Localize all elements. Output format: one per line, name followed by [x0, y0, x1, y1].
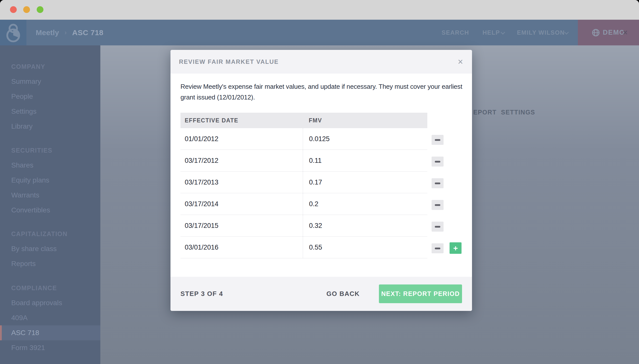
sidebar-item-people[interactable]: People	[0, 89, 100, 104]
breadcrumb-page: ASC 718	[72, 28, 103, 37]
effective-date-cell[interactable]: 03/01/2016	[180, 236, 303, 258]
sidebar-item-equity-plans[interactable]: Equity plans	[0, 173, 100, 188]
fmv-table-row: 01/01/20120.0125	[180, 128, 427, 150]
minimize-window-button[interactable]	[23, 6, 30, 13]
effective-date-cell[interactable]: 03/17/2012	[180, 150, 303, 171]
sidebar-item-settings[interactable]: Settings	[0, 104, 100, 119]
fmv-value-cell[interactable]: 0.32	[303, 215, 427, 236]
modal-title: REVIEW FAIR MARKET VALUE	[179, 50, 279, 74]
fmv-table: EFFECTIVE DATE FMV 01/01/20120.012503/17…	[180, 113, 427, 258]
top-navbar: Meetly › ASC 718 SEARCHHELPEMILY WILSON …	[0, 20, 639, 46]
fmv-value-cell[interactable]: 0.17	[303, 172, 427, 193]
navbar-item-help[interactable]: HELP	[483, 20, 500, 46]
effective-date-cell[interactable]: 03/17/2015	[180, 215, 303, 236]
demo-badge[interactable]: DEMO	[578, 20, 639, 46]
modal-description: Review Meetly's expense fair market valu…	[180, 81, 468, 103]
sidebar-item-shares[interactable]: Shares	[0, 158, 100, 173]
remove-row-button[interactable]	[432, 135, 444, 145]
sidebar-section-compliance: COMPLIANCE	[11, 284, 57, 292]
sidebar-section-securities: SECURITIES	[11, 146, 52, 154]
fmv-table-row: 03/01/20160.55	[180, 236, 427, 258]
remove-row-button[interactable]	[432, 200, 444, 210]
tab-settings[interactable]: SETTINGS	[501, 105, 535, 119]
next-report-period-button[interactable]: NEXT: REPORT PERIOD	[379, 284, 462, 303]
sidebar-item-form-3921[interactable]: Form 3921	[0, 340, 100, 355]
sidebar: COMPANYSummaryPeopleSettingsLibrarySECUR…	[0, 46, 100, 364]
fmv-value-cell[interactable]: 0.55	[303, 236, 427, 258]
app-window: Meetly › ASC 718 SEARCHHELPEMILY WILSON …	[0, 0, 639, 364]
remove-row-button[interactable]	[432, 178, 444, 188]
chevron-down-icon	[501, 30, 505, 34]
modal-close-icon[interactable]: ×	[458, 50, 463, 74]
sidebar-item-summary[interactable]: Summary	[0, 74, 100, 89]
fmv-table-header: EFFECTIVE DATE FMV	[180, 113, 427, 128]
fmv-value-cell[interactable]: 0.11	[303, 150, 427, 171]
demo-label: DEMO	[603, 29, 625, 36]
fmv-value-cell[interactable]: 0.0125	[303, 128, 427, 150]
fmv-table-row: 03/17/20130.17	[180, 172, 427, 193]
minus-icon	[435, 161, 440, 162]
modal-header: REVIEW FAIR MARKET VALUE ×	[170, 50, 472, 74]
sidebar-item-by-share-class[interactable]: By share class	[0, 241, 100, 256]
remove-row-button[interactable]	[432, 243, 444, 253]
fmv-table-body: 01/01/20120.012503/17/20120.1103/17/2013…	[180, 128, 427, 258]
minus-icon	[435, 182, 440, 184]
breadcrumb: Meetly › ASC 718	[36, 20, 103, 46]
fmv-value-cell[interactable]: 0.2	[303, 193, 427, 215]
globe-icon	[592, 29, 600, 37]
sidebar-item-asc-718[interactable]: ASC 718	[0, 325, 100, 340]
minus-icon	[435, 204, 440, 206]
go-back-button[interactable]: GO BACK	[326, 290, 360, 298]
sidebar-section-capitalization: CAPITALIZATION	[11, 230, 68, 238]
wizard-step-label: STEP 3 OF 4	[180, 290, 223, 298]
fmv-table-row: 03/17/20150.32	[180, 215, 427, 236]
remove-row-button[interactable]	[432, 222, 444, 232]
modal-footer: STEP 3 OF 4 GO BACK NEXT: REPORT PERIOD	[170, 277, 472, 311]
close-window-button[interactable]	[10, 6, 17, 13]
minus-icon	[435, 139, 440, 141]
effective-date-cell[interactable]: 01/01/2012	[180, 128, 303, 150]
fmv-table-row: 03/17/20120.11	[180, 150, 427, 172]
sidebar-section-company: COMPANY	[11, 63, 45, 70]
column-header-fmv: FMV	[303, 117, 427, 124]
eshares-logo[interactable]	[0, 20, 27, 46]
sidebar-item-reports[interactable]: Reports	[0, 256, 100, 271]
tab-eport[interactable]: EPORT	[473, 105, 497, 119]
window-titlebar	[0, 0, 639, 20]
sidebar-item-warrants[interactable]: Warrants	[0, 188, 100, 203]
remove-row-button[interactable]	[432, 156, 444, 166]
review-fmv-modal: REVIEW FAIR MARKET VALUE × Review Meetly…	[170, 50, 472, 311]
eshares-lock-pie-icon	[6, 22, 21, 43]
chevron-down-icon	[564, 30, 569, 34]
add-row-button[interactable]: +	[450, 242, 462, 254]
fmv-table-row: 03/17/20140.2	[180, 193, 427, 215]
sidebar-item-board-approvals[interactable]: Board approvals	[0, 296, 100, 310]
effective-date-cell[interactable]: 03/17/2014	[180, 193, 303, 215]
navbar-item-emily-wilson[interactable]: EMILY WILSON	[517, 20, 565, 46]
navbar-item-search[interactable]: SEARCH	[442, 20, 469, 46]
minus-icon	[435, 226, 440, 228]
sidebar-item-library[interactable]: Library	[0, 119, 100, 134]
breadcrumb-company[interactable]: Meetly	[36, 28, 59, 37]
effective-date-cell[interactable]: 03/17/2013	[180, 172, 303, 193]
sidebar-item-convertibles[interactable]: Convertibles	[0, 203, 100, 218]
column-header-effective-date: EFFECTIVE DATE	[180, 117, 303, 124]
minus-icon	[435, 248, 440, 249]
breadcrumb-separator-icon: ›	[64, 29, 67, 36]
zoom-window-button[interactable]	[37, 6, 44, 13]
demo-close-icon[interactable]: ×	[623, 20, 627, 46]
sidebar-item-409a[interactable]: 409A	[0, 310, 100, 325]
